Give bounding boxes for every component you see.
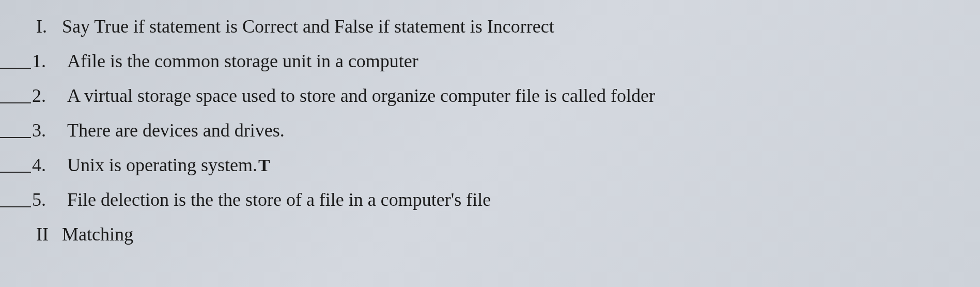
answer-blank-3[interactable] xyxy=(0,123,31,138)
question-row-4: 4. Unix is operating system.T xyxy=(0,154,980,176)
question-text-5: File delection is the the store of a fil… xyxy=(67,189,491,210)
question-text-1: Afile is the common storage unit in a co… xyxy=(67,50,418,72)
section-2-title: Matching xyxy=(62,223,133,245)
question-number-2: 2. xyxy=(31,85,67,107)
question-text-3: There are devices and drives. xyxy=(67,119,285,141)
section-1-title: Say True if statement is Correct and Fal… xyxy=(62,16,554,37)
answer-blank-2[interactable] xyxy=(0,88,31,103)
question-row-2: 2. A virtual storage space used to store… xyxy=(0,85,980,107)
question-row-5: 5. File delection is the the store of a … xyxy=(0,189,980,210)
question-row-3: 3. There are devices and drives. xyxy=(0,119,980,141)
answer-blank-1[interactable] xyxy=(0,53,31,69)
question-text-2: A virtual storage space used to store an… xyxy=(67,85,655,107)
question-number-3: 3. xyxy=(31,119,67,141)
question-number-4: 4. xyxy=(31,154,67,176)
question-number-5: 5. xyxy=(31,189,67,210)
question-row-1: 1. Afile is the common storage unit in a… xyxy=(0,50,980,72)
handwritten-answer-4: T xyxy=(258,156,270,175)
section-2-roman: II xyxy=(31,223,62,245)
answer-blank-4[interactable] xyxy=(0,157,31,173)
section-1-roman: I. xyxy=(31,16,62,37)
question-number-1: 1. xyxy=(31,50,67,72)
question-text-4-content: Unix is operating system. xyxy=(67,155,257,175)
question-text-4: Unix is operating system.T xyxy=(67,154,270,176)
section-2-heading: II Matching xyxy=(31,223,980,245)
answer-blank-5[interactable] xyxy=(0,192,31,207)
section-1-heading: I. Say True if statement is Correct and … xyxy=(31,16,980,37)
